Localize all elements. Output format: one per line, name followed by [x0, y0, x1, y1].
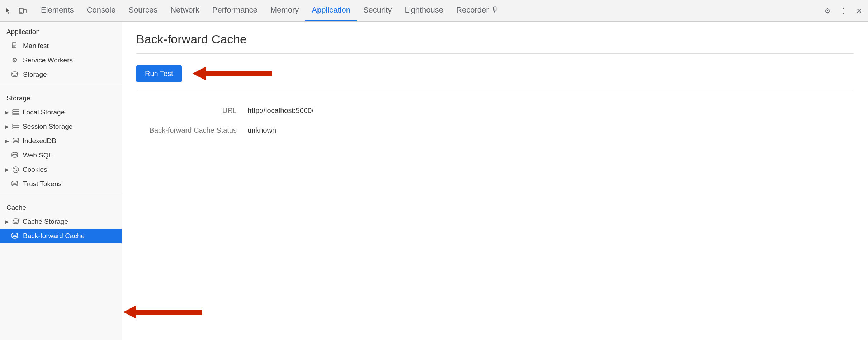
- tab-elements[interactable]: Elements: [34, 0, 80, 21]
- tab-recorder[interactable]: Recorder 🎙: [450, 0, 505, 21]
- arrow-pointing-left-1: [193, 65, 272, 82]
- content-area: Back-forward Cache Run Test URL http://l…: [122, 22, 868, 340]
- tab-sources[interactable]: Sources: [122, 0, 164, 21]
- sidebar-item-bfcache[interactable]: Back-forward Cache: [0, 229, 122, 243]
- cache-storage-arrow-icon: ▶: [5, 219, 9, 225]
- sidebar-item-trust-tokens[interactable]: Trust Tokens: [0, 177, 122, 191]
- sidebar-item-local-storage[interactable]: ▶ Local Storage: [0, 105, 122, 119]
- sidebar-item-service-workers[interactable]: ⚙ Service Workers: [0, 53, 122, 67]
- status-label: Back-forward Cache Status: [136, 126, 237, 134]
- svg-rect-8: [13, 110, 19, 111]
- cache-storage-label: Cache Storage: [23, 218, 68, 226]
- svg-rect-10: [13, 113, 19, 115]
- tab-security[interactable]: Security: [357, 0, 398, 21]
- svg-point-16: [13, 167, 19, 173]
- url-row: URL http://localhost:5000/: [136, 101, 854, 121]
- cursor-icon[interactable]: [4, 6, 13, 15]
- sidebar-item-storage-app[interactable]: Storage: [0, 67, 122, 82]
- svg-point-23: [12, 233, 18, 235]
- manifest-label: Manifest: [23, 42, 49, 50]
- svg-point-7: [12, 72, 18, 74]
- page-title: Back-forward Cache: [136, 32, 854, 54]
- svg-rect-9: [13, 112, 19, 113]
- status-row: Back-forward Cache Status unknown: [136, 121, 854, 140]
- bfcache-icon: [11, 233, 19, 239]
- url-label: URL: [136, 107, 237, 115]
- svg-point-15: [12, 152, 18, 155]
- cache-storage-icon: [12, 218, 20, 225]
- sidebar-divider-1: [0, 85, 122, 85]
- tab-network[interactable]: Network: [164, 0, 206, 21]
- svg-rect-13: [13, 128, 19, 129]
- sidebar-item-indexeddb[interactable]: ▶ IndexedDB: [0, 134, 122, 148]
- indexeddb-arrow-icon: ▶: [5, 138, 9, 144]
- tab-lighthouse[interactable]: Lighthouse: [398, 0, 450, 21]
- svg-point-20: [16, 170, 17, 171]
- storage-app-icon: [11, 71, 19, 78]
- session-storage-icon: [12, 124, 20, 129]
- tab-application[interactable]: Application: [305, 0, 357, 21]
- tab-bar: Elements Console Sources Network Perform…: [0, 0, 868, 22]
- status-value: unknown: [247, 126, 276, 134]
- svg-point-21: [12, 181, 18, 183]
- url-value: http://localhost:5000/: [247, 107, 314, 115]
- indexeddb-icon: [12, 138, 20, 144]
- tab-bar-icons: [4, 6, 27, 15]
- svg-point-22: [13, 219, 19, 221]
- svg-point-17: [14, 168, 15, 169]
- svg-rect-1: [24, 9, 26, 13]
- settings-icon[interactable]: ⚙: [822, 5, 833, 16]
- websql-icon: [11, 152, 19, 159]
- tab-console[interactable]: Console: [80, 0, 122, 21]
- sidebar-item-session-storage[interactable]: ▶ Session Storage: [0, 119, 122, 134]
- session-storage-label: Session Storage: [23, 123, 72, 131]
- sidebar-section-cache: Cache: [0, 197, 122, 214]
- run-test-button[interactable]: Run Test: [136, 65, 182, 82]
- sidebar-item-websql[interactable]: Web SQL: [0, 148, 122, 162]
- sidebar-item-cache-storage[interactable]: ▶ Cache Storage: [0, 214, 122, 229]
- svg-rect-11: [13, 124, 19, 126]
- sidebar-divider-2: [0, 194, 122, 194]
- sidebar-section-storage: Storage: [0, 88, 122, 105]
- indexeddb-label: IndexedDB: [23, 137, 56, 145]
- svg-point-14: [13, 138, 19, 140]
- local-storage-label: Local Storage: [23, 108, 65, 116]
- cookies-arrow-icon: ▶: [5, 167, 9, 173]
- tab-bar-right: ⚙ ⋮ ✕: [822, 5, 864, 16]
- websql-label: Web SQL: [23, 151, 52, 159]
- service-workers-label: Service Workers: [23, 56, 73, 64]
- sidebar: Application Manifest ⚙ Service Workers S…: [0, 22, 122, 340]
- cookies-label: Cookies: [23, 166, 47, 174]
- manifest-icon: [11, 42, 19, 49]
- cookies-icon: [12, 166, 20, 173]
- sidebar-section-application: Application: [0, 22, 122, 39]
- svg-point-18: [16, 169, 17, 169]
- close-icon[interactable]: ✕: [854, 5, 864, 16]
- device-icon[interactable]: [18, 6, 27, 15]
- local-storage-icon: [12, 109, 20, 115]
- run-test-section: Run Test: [136, 54, 854, 90]
- main-area: Application Manifest ⚙ Service Workers S…: [0, 22, 868, 340]
- service-workers-icon: ⚙: [11, 56, 19, 64]
- trust-tokens-icon: [11, 181, 19, 187]
- tab-memory[interactable]: Memory: [264, 0, 305, 21]
- svg-marker-24: [193, 67, 206, 80]
- sidebar-item-cookies[interactable]: ▶ Cookies: [0, 162, 122, 177]
- more-options-icon[interactable]: ⋮: [838, 5, 849, 16]
- bfcache-label: Back-forward Cache: [23, 232, 85, 240]
- sidebar-item-manifest[interactable]: Manifest: [0, 39, 122, 53]
- svg-rect-25: [206, 71, 272, 76]
- storage-app-label: Storage: [23, 71, 47, 79]
- svg-point-19: [15, 170, 15, 171]
- local-storage-arrow-icon: ▶: [5, 109, 9, 115]
- trust-tokens-label: Trust Tokens: [23, 180, 62, 188]
- tab-performance[interactable]: Performance: [206, 0, 264, 21]
- svg-rect-12: [13, 126, 19, 127]
- tab-bar-tabs: Elements Console Sources Network Perform…: [34, 0, 822, 21]
- session-storage-arrow-icon: ▶: [5, 124, 9, 129]
